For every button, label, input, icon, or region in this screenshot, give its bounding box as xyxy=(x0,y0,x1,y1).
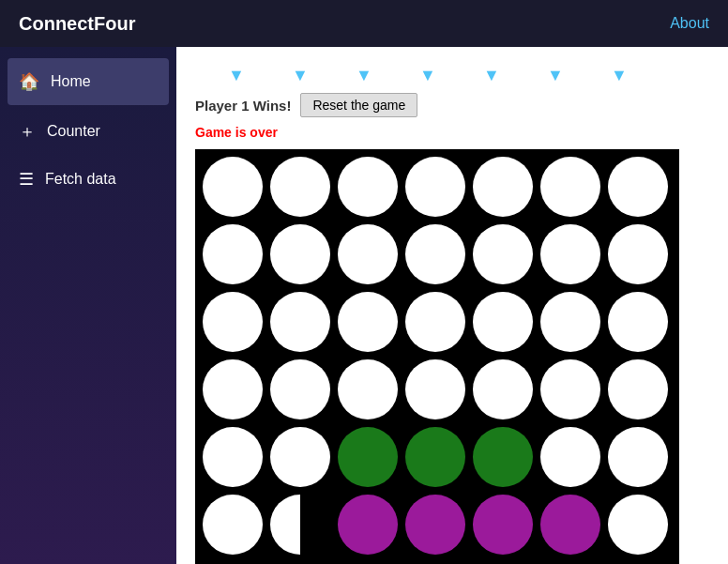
game-board xyxy=(195,149,679,564)
main-layout: 🏠 Home ＋ Counter ☰ Fetch data ▼ ▼ ▼ ▼ ▼ … xyxy=(0,47,728,564)
sidebar-item-home-label: Home xyxy=(51,73,91,90)
board-cell[interactable] xyxy=(540,292,600,352)
sidebar-item-home[interactable]: 🏠 Home xyxy=(8,58,169,105)
board-cell[interactable] xyxy=(540,427,600,487)
board-cell[interactable] xyxy=(338,157,398,217)
board-cell[interactable] xyxy=(540,224,600,284)
sidebar: 🏠 Home ＋ Counter ☰ Fetch data xyxy=(0,47,176,564)
board-cell[interactable] xyxy=(405,427,465,487)
board-cell[interactable] xyxy=(270,359,330,419)
list-icon: ☰ xyxy=(19,169,34,190)
board-cell[interactable] xyxy=(473,495,533,555)
content-area: ▼ ▼ ▼ ▼ ▼ ▼ ▼ Player 1 Wins! Reset the g… xyxy=(176,47,728,564)
board-cell[interactable] xyxy=(608,292,668,352)
board-cell[interactable] xyxy=(473,292,533,352)
board-cell[interactable] xyxy=(540,359,600,419)
board-cell[interactable] xyxy=(473,427,533,487)
board-cell[interactable] xyxy=(405,292,465,352)
board-cell[interactable] xyxy=(270,292,330,352)
board-cell[interactable] xyxy=(608,224,668,284)
board-cell[interactable] xyxy=(405,495,465,555)
sidebar-item-fetch-label: Fetch data xyxy=(45,171,116,188)
board-cell[interactable] xyxy=(338,427,398,487)
board-cell[interactable] xyxy=(338,292,398,352)
board-cell[interactable] xyxy=(473,359,533,419)
drop-arrow-3[interactable]: ▼ xyxy=(396,66,460,85)
drop-arrow-5[interactable]: ▼ xyxy=(523,66,587,85)
board-cell[interactable] xyxy=(270,224,330,284)
board-cell[interactable] xyxy=(540,157,600,217)
drop-arrow-4[interactable]: ▼ xyxy=(460,66,523,85)
board-cell[interactable] xyxy=(405,359,465,419)
board-cell[interactable] xyxy=(608,495,668,555)
board-cell[interactable] xyxy=(270,427,330,487)
home-icon: 🏠 xyxy=(19,71,39,92)
board-cell[interactable] xyxy=(473,224,533,284)
board-cell[interactable] xyxy=(203,359,263,419)
board-cell[interactable] xyxy=(270,157,330,217)
board-cell[interactable] xyxy=(608,427,668,487)
board-cell[interactable] xyxy=(203,495,263,555)
drop-arrow-0[interactable]: ▼ xyxy=(205,66,268,85)
board-cell[interactable] xyxy=(338,224,398,284)
drop-arrows: ▼ ▼ ▼ ▼ ▼ ▼ ▼ xyxy=(205,66,709,85)
board-cell[interactable] xyxy=(473,157,533,217)
board-cell[interactable] xyxy=(203,224,263,284)
board-cell[interactable] xyxy=(203,292,263,352)
board-cell[interactable] xyxy=(405,224,465,284)
app-title: ConnectFour xyxy=(19,13,135,35)
drop-arrow-2[interactable]: ▼ xyxy=(332,66,396,85)
sidebar-item-counter-label: Counter xyxy=(47,123,100,140)
board-cell[interactable] xyxy=(203,157,263,217)
plus-icon: ＋ xyxy=(19,120,36,143)
drop-arrow-6[interactable]: ▼ xyxy=(587,66,651,85)
about-link[interactable]: About xyxy=(670,15,709,32)
game-over-text: Game is over xyxy=(195,125,709,140)
board-cell[interactable] xyxy=(405,157,465,217)
drop-arrow-1[interactable]: ▼ xyxy=(268,66,332,85)
board-cell[interactable] xyxy=(338,359,398,419)
board-cell[interactable] xyxy=(338,495,398,555)
board-cell[interactable] xyxy=(608,359,668,419)
player-wins-text: Player 1 Wins! xyxy=(195,98,291,114)
sidebar-item-counter[interactable]: ＋ Counter xyxy=(0,107,176,156)
board-cell[interactable] xyxy=(203,427,263,487)
sidebar-item-fetch[interactable]: ☰ Fetch data xyxy=(0,156,176,203)
board-cell[interactable] xyxy=(540,495,600,555)
board-cell[interactable] xyxy=(270,495,330,555)
game-status-row: Player 1 Wins! Reset the game xyxy=(195,93,709,117)
reset-button[interactable]: Reset the game xyxy=(300,93,417,117)
board-cell[interactable] xyxy=(608,157,668,217)
top-bar: ConnectFour About xyxy=(0,0,728,47)
